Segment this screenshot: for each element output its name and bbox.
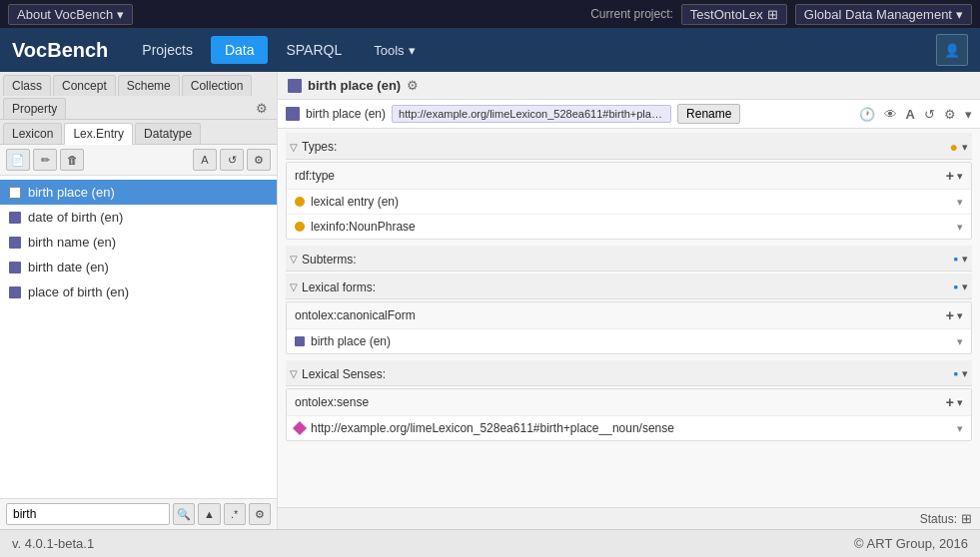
global-data-button[interactable]: Global Data Management ▾ <box>795 4 972 25</box>
rdf-type-name: rdf:type <box>295 169 946 183</box>
rdf-type-value-row: lexical entry (en) ▾ <box>287 190 971 215</box>
value-diamond-pink <box>293 421 307 435</box>
lexical-forms-menu[interactable]: ▾ <box>962 280 968 293</box>
list-item-label: date of birth (en) <box>28 210 123 225</box>
types-chevron[interactable]: ▽ <box>290 142 298 153</box>
nav-projects[interactable]: Projects <box>128 36 207 64</box>
version-label: v. 4.0.1-beta.1 <box>12 536 94 551</box>
sense-value-menu[interactable]: ▾ <box>957 422 963 435</box>
tab-row-1: Class Concept Scheme Collection Property… <box>0 72 277 120</box>
rdf-type-add[interactable]: + <box>946 168 954 184</box>
value-dot-orange <box>295 197 305 207</box>
entry-header-icon <box>288 79 302 93</box>
value-row-menu[interactable]: ▾ <box>957 196 963 209</box>
sense-value[interactable]: http://example.org/limeLexicon_528ea611#… <box>311 421 951 435</box>
canonical-form-value-row: birth place (en) ▾ <box>287 329 971 353</box>
tab-property[interactable]: Property <box>3 98 66 119</box>
project-label: Current project: <box>590 7 673 21</box>
resource-menu-icon[interactable]: ▾ <box>965 107 972 122</box>
tab-scheme[interactable]: Scheme <box>118 75 180 96</box>
nav-right: 👤 <box>936 34 968 66</box>
user-icon[interactable]: 👤 <box>936 34 968 66</box>
subterms-menu-icon[interactable]: ▾ <box>962 253 968 266</box>
sense-add[interactable]: + <box>946 394 954 410</box>
nav-sparql[interactable]: SPARQL <box>272 36 356 64</box>
list-item-label: birth date (en) <box>28 260 109 275</box>
right-header: birth place (en) ⚙ <box>278 72 980 100</box>
list-item[interactable]: birth name (en) <box>0 230 277 255</box>
refresh-resource-icon[interactable]: ↺ <box>924 107 935 122</box>
value-dot-orange-2 <box>295 222 305 232</box>
delete-entry-button[interactable]: 🗑 <box>60 149 84 171</box>
add-entry-button[interactable]: 📄 <box>6 149 30 171</box>
subterms-chevron[interactable]: ▽ <box>290 254 298 265</box>
visibility-icon[interactable]: 👁 <box>884 107 897 122</box>
canonical-form-add[interactable]: + <box>946 307 954 323</box>
sense-header: ontolex:sense + ▾ <box>287 389 971 416</box>
search-input[interactable] <box>6 503 170 525</box>
list-settings-button[interactable]: ⚙ <box>247 149 271 171</box>
header-settings-icon[interactable]: ⚙ <box>407 78 419 93</box>
status-icon[interactable]: ⊞ <box>961 511 972 526</box>
type-icon[interactable]: A <box>906 107 915 122</box>
font-button[interactable]: A <box>193 149 217 171</box>
resource-settings-icon[interactable]: ⚙ <box>944 107 956 122</box>
list-item[interactable]: date of birth (en) <box>0 205 277 230</box>
about-dropdown-arrow: ▾ <box>117 7 124 22</box>
rdf-type-group: rdf:type + ▾ lexical entry (en) ▾ lexinf… <box>286 162 972 240</box>
tab-settings-icon[interactable]: ⚙ <box>250 98 274 119</box>
top-bar-right: Current project: TestOntoLex ⊞ Global Da… <box>590 4 972 25</box>
tab-lexicon[interactable]: Lexicon <box>3 123 62 144</box>
entry-icon <box>8 261 22 275</box>
search-settings-button[interactable]: ⚙ <box>249 503 271 525</box>
canonical-form-value-menu[interactable]: ▾ <box>957 335 963 348</box>
refresh-button[interactable]: ↺ <box>220 149 244 171</box>
rdf-type-menu[interactable]: ▾ <box>957 170 963 183</box>
sense-value-row: http://example.org/limeLexicon_528ea611#… <box>287 416 971 440</box>
lexical-senses-chevron[interactable]: ▽ <box>290 368 298 379</box>
value-row-menu-2[interactable]: ▾ <box>957 221 963 234</box>
tab-row-2: Lexicon Lex.Entry Datatype <box>0 120 277 145</box>
rdf-type-header: rdf:type + ▾ <box>287 163 971 190</box>
types-section-icon[interactable]: ● <box>950 139 958 155</box>
search-prev-button[interactable]: ▲ <box>198 503 220 525</box>
list-item[interactable]: birth date (en) <box>0 255 277 279</box>
about-button[interactable]: About VocBench ▾ <box>8 4 133 25</box>
tab-lex-entry[interactable]: Lex.Entry <box>64 123 133 145</box>
tab-collection[interactable]: Collection <box>182 75 253 96</box>
nav-data[interactable]: Data <box>211 36 269 64</box>
lexical-forms-chevron[interactable]: ▽ <box>290 281 298 292</box>
subterms-section-icon[interactable]: ▪ <box>953 252 958 267</box>
search-regex-button[interactable]: .* <box>224 503 246 525</box>
tab-class[interactable]: Class <box>3 75 51 96</box>
list-item[interactable]: birth place (en) <box>0 180 277 205</box>
left-panel: Class Concept Scheme Collection Property… <box>0 72 278 529</box>
rename-button[interactable]: Rename <box>677 104 740 124</box>
canonical-form-value[interactable]: birth place (en) <box>311 334 951 348</box>
value-text[interactable]: lexical entry (en) <box>311 195 951 209</box>
value-text-2[interactable]: lexinfo:NounPhrase <box>311 220 951 234</box>
lexical-senses-icon[interactable]: ▪ <box>953 366 958 381</box>
tab-concept[interactable]: Concept <box>53 75 116 96</box>
list-item-label: birth name (en) <box>28 235 116 250</box>
nav-bar: VocBench Projects Data SPARQL Tools ▾ 👤 <box>0 28 980 72</box>
types-menu-icon[interactable]: ▾ <box>962 141 968 154</box>
nav-tools-arrow: ▾ <box>409 43 416 58</box>
edit-entry-button[interactable]: ✏ <box>33 149 57 171</box>
sense-menu[interactable]: ▾ <box>957 396 963 409</box>
resource-uri[interactable]: http://example.org/limeLexicon_528ea611#… <box>392 105 671 123</box>
project-name-btn[interactable]: TestOntoLex ⊞ <box>681 4 787 25</box>
status-bar: v. 4.0.1-beta.1 © ART Group, 2016 <box>0 529 980 557</box>
history-icon[interactable]: 🕐 <box>859 107 875 122</box>
list-item[interactable]: place of birth (en) <box>0 279 277 304</box>
nav-tools[interactable]: Tools ▾ <box>360 37 429 64</box>
tab-datatype[interactable]: Datatype <box>135 123 201 144</box>
global-btn-label: Global Data Management <box>804 7 952 22</box>
lexical-forms-icon[interactable]: ▪ <box>953 279 958 294</box>
sense-name: ontolex:sense <box>295 395 946 409</box>
canonical-form-menu[interactable]: ▾ <box>957 309 963 322</box>
resource-name: birth place (en) <box>306 107 386 121</box>
lexical-senses-menu[interactable]: ▾ <box>962 367 968 380</box>
search-button[interactable]: 🔍 <box>173 503 195 525</box>
list-toolbar: 📄 ✏ 🗑 A ↺ ⚙ <box>0 145 277 176</box>
